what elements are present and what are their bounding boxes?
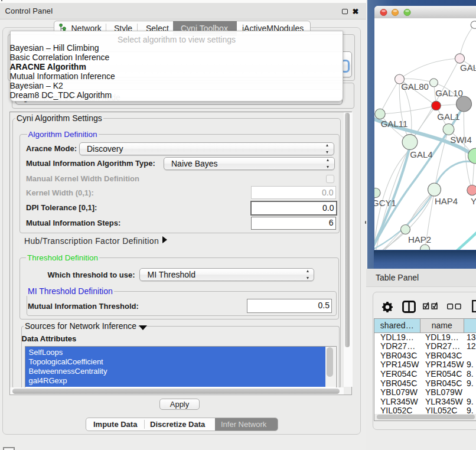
svg-text:GAL1: GAL1 [437, 112, 459, 122]
svg-text:HAP2: HAP2 [407, 234, 431, 244]
svg-text:YM: YM [471, 196, 476, 206]
svg-text:GCY1: GCY1 [374, 198, 396, 208]
svg-text:GAL80: GAL80 [401, 81, 429, 92]
svg-text:GAL10: GAL10 [435, 88, 463, 98]
svg-text:GAL4: GAL4 [410, 149, 432, 159]
svg-text:GAL11: GAL11 [380, 119, 407, 129]
svg-text:GAL7: GAL7 [460, 63, 476, 73]
svg-text:HAP4: HAP4 [434, 196, 457, 206]
svg-text:SWI4: SWI4 [450, 135, 472, 145]
